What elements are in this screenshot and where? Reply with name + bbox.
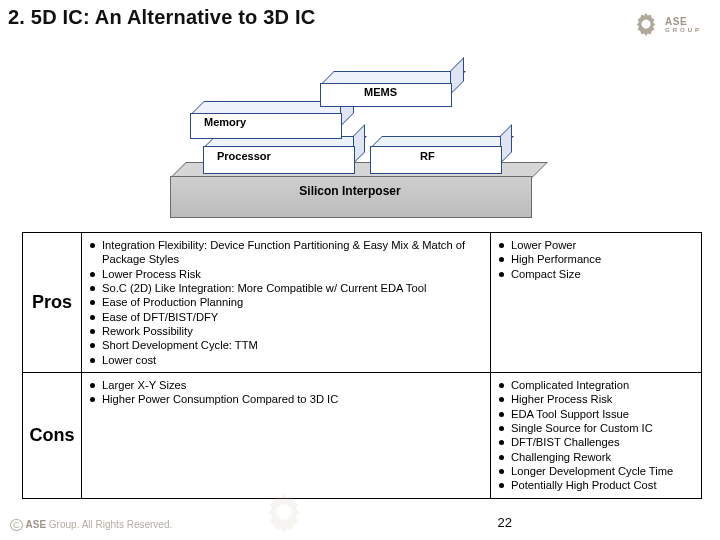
list-item: Complicated Integration <box>499 378 695 392</box>
gear-icon <box>260 488 308 536</box>
list-item: Rework Possibility <box>90 324 484 338</box>
pros-cons-table: Pros Integration Flexibility: Device Fun… <box>22 232 702 499</box>
list-item: Larger X-Y Sizes <box>90 378 484 392</box>
list-item: Lower Process Risk <box>90 267 484 281</box>
slide-title: 2. 5D IC: An Alternative to 3D IC <box>8 6 315 29</box>
list-item: Lower cost <box>90 353 484 367</box>
list-item: Lower Power <box>499 238 695 252</box>
cons-row: Cons Larger X-Y SizesHigher Power Consum… <box>23 372 702 498</box>
list-item: High Performance <box>499 252 695 266</box>
list-item: Single Source for Custom IC <box>499 421 695 435</box>
page-number: 22 <box>498 515 512 530</box>
list-item: So.C (2D) Like Integration: More Compati… <box>90 281 484 295</box>
cons-right-cell: Complicated IntegrationHigher Process Ri… <box>491 372 702 498</box>
list-item: Ease of DFT/BIST/DFY <box>90 310 484 324</box>
list-item: Challenging Rework <box>499 450 695 464</box>
pros-header: Pros <box>23 233 82 373</box>
pros-right-cell: Lower PowerHigh PerformanceCompact Size <box>491 233 702 373</box>
list-item: Higher Power Consumption Compared to 3D … <box>90 392 484 406</box>
watermark <box>260 488 308 536</box>
pros-left-cell: Integration Flexibility: Device Function… <box>82 233 491 373</box>
logo-brand: ASE <box>665 16 702 27</box>
list-item: Ease of Production Planning <box>90 295 484 309</box>
list-item: Longer Development Cycle Time <box>499 464 695 478</box>
interposer-diagram: Silicon Interposer RF Processor Memory M… <box>170 56 530 221</box>
ase-logo: ASE GROUP <box>632 10 702 38</box>
list-item: Potentially High Product Cost <box>499 478 695 492</box>
gear-icon <box>632 10 660 38</box>
pros-row: Pros Integration Flexibility: Device Fun… <box>23 233 702 373</box>
list-item: Higher Process Risk <box>499 392 695 406</box>
list-item: EDA Tool Support Issue <box>499 407 695 421</box>
interposer-label: Silicon Interposer <box>170 184 530 198</box>
list-item: Integration Flexibility: Device Function… <box>90 238 484 267</box>
list-item: DFT/BIST Challenges <box>499 435 695 449</box>
footer-copyright: CASE Group. All Rights Reserved. <box>10 519 172 530</box>
cons-header: Cons <box>23 372 82 498</box>
logo-group: GROUP <box>665 27 702 33</box>
list-item: Short Development Cycle: TTM <box>90 338 484 352</box>
list-item: Compact Size <box>499 267 695 281</box>
cons-left-cell: Larger X-Y SizesHigher Power Consumption… <box>82 372 491 498</box>
